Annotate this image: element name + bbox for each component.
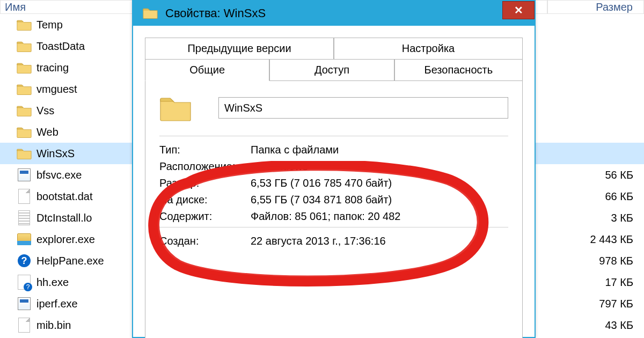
file-name: hh.exe: [36, 276, 69, 289]
generic-icon: [16, 188, 32, 204]
file-size: 56 КБ: [558, 169, 644, 181]
titlebar[interactable]: Свойства: WinSxS ✕: [133, 1, 535, 26]
tab-customize[interactable]: Настройка: [334, 38, 523, 60]
folder-icon: [16, 17, 32, 33]
label-type: Тип:: [159, 144, 251, 156]
close-icon: ✕: [514, 4, 523, 17]
file-name: bfsvc.exe: [36, 169, 82, 181]
folder-icon: [16, 124, 32, 140]
generic-icon: [16, 317, 32, 333]
properties-dialog: Свойства: WinSxS ✕ Предыдущие версии Нас…: [132, 0, 536, 338]
file-name: iperf.exe: [36, 298, 78, 310]
label-size-on-disk: На диске:: [159, 194, 251, 206]
label-contains: Содержит:: [159, 210, 251, 223]
file-name: ToastData: [36, 40, 85, 53]
hh-icon: [16, 274, 32, 290]
tab-general[interactable]: Общие: [145, 59, 269, 81]
label-location: Расположение:: [159, 160, 251, 173]
value-created: 22 августа 2013 г., 17:36:16: [251, 235, 508, 247]
file-name: DtcInstall.lo: [36, 212, 92, 224]
folder-large-icon: [159, 94, 192, 122]
value-type: Папка с файлами: [251, 144, 508, 156]
label-created: Создан:: [159, 235, 251, 247]
file-size: 797 КБ: [558, 298, 644, 310]
tab-panel-general: Тип:Папка с файлами Расположение:C:\Wind…: [145, 80, 523, 338]
file-name: Web: [36, 126, 58, 138]
value-location: C:\Windows: [251, 160, 508, 173]
column-header-size[interactable]: Размер: [547, 0, 644, 14]
file-name: HelpPane.exe: [36, 255, 104, 267]
help-icon: ?: [16, 253, 32, 269]
file-name: Vss: [36, 105, 54, 117]
value-size: 6,53 ГБ (7 016 785 470 байт): [251, 177, 508, 189]
file-name: vmguest: [36, 83, 77, 95]
file-name: bootstat.dat: [36, 190, 93, 203]
app-icon: [16, 296, 32, 312]
file-name: tracing: [36, 62, 69, 74]
file-name: WinSxS: [36, 148, 75, 160]
file-size: 66 КБ: [558, 190, 644, 203]
file-name: mib.bin: [36, 319, 71, 332]
tab-previous-versions[interactable]: Предыдущие версии: [145, 38, 334, 60]
folder-icon: [16, 38, 32, 54]
file-size: 17 КБ: [558, 276, 644, 289]
folder-icon: [16, 145, 32, 161]
tab-sharing[interactable]: Доступ: [269, 59, 394, 81]
close-button[interactable]: ✕: [502, 1, 535, 19]
folder-name-input[interactable]: [218, 97, 508, 119]
value-contains: Файлов: 85 061; папок: 20 482: [251, 210, 508, 223]
label-size: Размер:: [159, 177, 251, 189]
dialog-title: Свойства: WinSxS: [165, 6, 266, 20]
folder-icon: [16, 81, 32, 97]
value-size-on-disk: 6,55 ГБ (7 034 871 808 байт): [251, 194, 508, 206]
folder-icon: [143, 6, 159, 20]
folder-icon: [16, 102, 32, 119]
explorer-icon: [16, 231, 32, 247]
file-size: 978 КБ: [558, 255, 644, 267]
folder-icon: [16, 60, 32, 76]
file-size: 3 КБ: [558, 212, 644, 224]
text-icon: [16, 210, 32, 226]
file-size: 43 КБ: [558, 319, 644, 332]
file-name: explorer.exe: [36, 233, 95, 246]
app-icon: [16, 167, 32, 183]
file-name: Temp: [36, 19, 63, 31]
file-size: 2 443 КБ: [558, 233, 644, 246]
tab-security[interactable]: Безопасность: [394, 59, 523, 81]
